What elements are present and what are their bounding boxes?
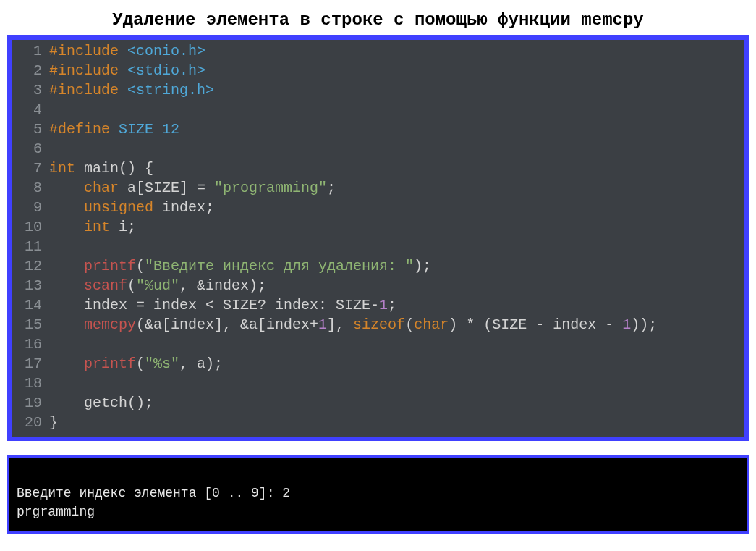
code-content: #include <stdio.h> bbox=[49, 62, 744, 79]
line-number: 5 bbox=[12, 121, 49, 138]
line-number: 1 bbox=[12, 43, 49, 59]
code-line: 13 scanf("%ud", &index); bbox=[12, 276, 744, 295]
line-number: 8 bbox=[12, 180, 49, 196]
code-line: 14 index = index < SIZE? index: SIZE-1; bbox=[12, 295, 744, 315]
console-line: Введите индекс элемента [0 .. 9]: 2 bbox=[17, 486, 290, 500]
code-line: 18 bbox=[12, 374, 744, 393]
code-content: #define SIZE 12 bbox=[49, 121, 744, 138]
line-number: 16 bbox=[12, 336, 49, 353]
line-number: 15 bbox=[12, 316, 49, 333]
code-content: } bbox=[49, 414, 744, 431]
page-title: Удаление элемента в строке с помощью фун… bbox=[0, 0, 756, 35]
line-number: 20 bbox=[12, 414, 49, 431]
line-number: 18 bbox=[12, 375, 49, 392]
code-content: scanf("%ud", &index); bbox=[49, 277, 744, 294]
code-line: 5#define SIZE 12 bbox=[12, 119, 744, 139]
code-line: 3#include <string.h> bbox=[12, 80, 744, 100]
line-number: 3 bbox=[12, 82, 49, 98]
code-line: 16 bbox=[12, 335, 744, 354]
code-line: 7▾int main() { bbox=[12, 159, 744, 178]
console-line: prgramming bbox=[17, 505, 95, 519]
code-line: 10 int i; bbox=[12, 217, 744, 237]
code-line: 2#include <stdio.h> bbox=[12, 61, 744, 80]
code-line: 17 printf("%s", a); bbox=[12, 354, 744, 374]
line-number: 14 bbox=[12, 297, 49, 314]
code-line: 8 char a[SIZE] = "programming"; bbox=[12, 178, 744, 198]
line-number: 12 bbox=[12, 258, 49, 274]
code-content: int i; bbox=[49, 219, 744, 235]
code-content: #include <string.h> bbox=[49, 82, 744, 98]
line-number: 10 bbox=[12, 219, 49, 235]
code-content: getch(); bbox=[49, 395, 744, 411]
code-content: printf("Введите индекс для удаления: "); bbox=[49, 258, 744, 274]
code-line: 19 getch(); bbox=[12, 393, 744, 413]
code-line: 4 bbox=[12, 100, 744, 119]
code-content: int main() { bbox=[49, 160, 744, 177]
line-number: 9 bbox=[12, 199, 49, 216]
line-number: 13 bbox=[12, 277, 49, 294]
code-content: index = index < SIZE? index: SIZE-1; bbox=[49, 297, 744, 314]
line-number: 19 bbox=[12, 395, 49, 411]
line-number: 6 bbox=[12, 140, 49, 157]
code-line: 1#include <conio.h> bbox=[12, 41, 744, 61]
line-number: 4 bbox=[12, 101, 49, 118]
line-number: 7▾ bbox=[12, 160, 49, 177]
code-line: 12 printf("Введите индекс для удаления: … bbox=[12, 256, 744, 276]
code-line: 6 bbox=[12, 139, 744, 159]
code-content: unsigned index; bbox=[49, 199, 744, 216]
fold-marker-icon[interactable]: ▾ bbox=[48, 165, 54, 174]
line-number: 2 bbox=[12, 62, 49, 79]
code-content: printf("%s", a); bbox=[49, 356, 744, 372]
code-content: #include <conio.h> bbox=[49, 43, 744, 59]
code-line: 9 unsigned index; bbox=[12, 198, 744, 217]
code-content: memcpy(&a[index], &a[index+1], sizeof(ch… bbox=[49, 316, 744, 333]
code-line: 20} bbox=[12, 413, 744, 432]
code-line: 15 memcpy(&a[index], &a[index+1], sizeof… bbox=[12, 315, 744, 335]
console-output: Введите индекс элемента [0 .. 9]: 2 prgr… bbox=[7, 455, 749, 534]
line-number: 11 bbox=[12, 238, 49, 255]
code-content: char a[SIZE] = "programming"; bbox=[49, 180, 744, 196]
code-editor: 1#include <conio.h>2#include <stdio.h>3#… bbox=[7, 35, 749, 441]
line-number: 17 bbox=[12, 356, 49, 372]
code-line: 11 bbox=[12, 237, 744, 256]
